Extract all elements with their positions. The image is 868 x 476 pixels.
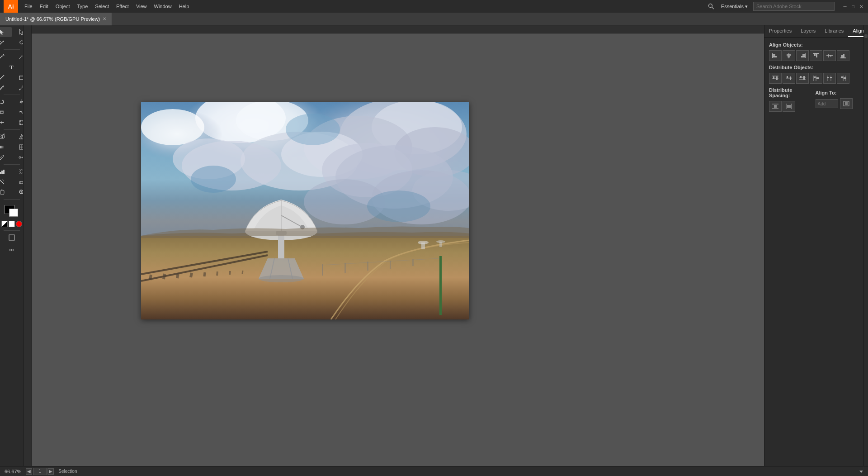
menu-select[interactable]: Select (91, 2, 113, 11)
search-icon[interactable] (707, 2, 716, 11)
svg-point-93 (418, 241, 429, 244)
spacing-value-input[interactable] (816, 99, 838, 108)
distribute-bottom-button[interactable] (796, 73, 809, 84)
svg-text:T: T (9, 64, 14, 70)
window-minimize-button[interactable]: ─ (842, 3, 848, 10)
eraser-tool[interactable] (12, 177, 24, 187)
swap-colors-icon[interactable] (16, 221, 22, 227)
reflect-tool[interactable] (12, 97, 24, 107)
width-tool[interactable] (0, 118, 12, 128)
align-top-button[interactable] (810, 50, 822, 61)
pen-tool[interactable] (0, 52, 12, 62)
tab-title: Untitled-1* @ 66.67% (RGB/GPU Preview) (5, 16, 100, 22)
paintbrush-tool[interactable] (0, 83, 12, 93)
distribute-left-button[interactable] (810, 73, 822, 84)
pencil-tool[interactable] (12, 83, 24, 93)
none-icon[interactable] (1, 221, 8, 227)
zoom-value: 66.67% (5, 469, 21, 474)
menu-type[interactable]: Type (74, 2, 92, 11)
tab-libraries[interactable]: Libraries (820, 25, 848, 37)
hand-tool[interactable] (0, 187, 12, 197)
nav-prev-button[interactable]: ◀ (26, 468, 32, 475)
zoom-tool[interactable] (12, 187, 24, 197)
warp-tool[interactable] (12, 107, 24, 117)
svg-rect-111 (801, 56, 805, 57)
svg-rect-110 (802, 54, 805, 56)
magic-wand-tool[interactable] (0, 38, 12, 48)
more-tools[interactable]: ••• (2, 245, 22, 255)
svg-rect-100 (367, 262, 368, 271)
direct-selection-tool[interactable] (12, 27, 24, 37)
symbol-sprayer-tool[interactable] (12, 167, 24, 176)
panel-scroll-thumb[interactable] (864, 34, 868, 38)
type-tool[interactable]: T (2, 62, 22, 72)
status-arrow-button[interactable] (859, 469, 863, 474)
menu-view[interactable]: View (132, 2, 151, 11)
scale-tool[interactable] (0, 107, 12, 117)
distribute-vert-spacing-button[interactable] (769, 101, 782, 112)
align-objects-label: Align Objects: (769, 42, 859, 48)
align-center-vertical-button[interactable] (823, 50, 836, 61)
rotate-tool[interactable] (0, 97, 12, 107)
menu-window[interactable]: Window (151, 2, 175, 11)
gradient-tool[interactable] (0, 142, 12, 152)
window-maximize-button[interactable]: □ (850, 3, 856, 10)
perspective-tool[interactable] (12, 132, 24, 142)
main-area: T (0, 25, 868, 466)
document-canvas[interactable] (141, 102, 469, 319)
menu-object[interactable]: Object (52, 2, 74, 11)
svg-rect-144 (844, 77, 846, 79)
tab-layers[interactable]: Layers (796, 25, 820, 37)
svg-rect-107 (787, 54, 791, 56)
svg-rect-105 (773, 56, 777, 57)
blend-tool[interactable] (12, 152, 24, 162)
svg-line-1 (712, 7, 714, 10)
nav-next-button[interactable]: ▶ (47, 468, 54, 475)
workspace-selector[interactable]: Essentials ▾ (719, 3, 750, 10)
stroke-color[interactable] (9, 209, 18, 217)
svg-line-77 (150, 275, 151, 280)
chart-tool[interactable] (0, 167, 12, 176)
menu-effect[interactable]: Effect (113, 2, 132, 11)
add-anchor-tool[interactable] (12, 52, 24, 62)
distribute-horiz-spacing-button[interactable] (783, 101, 795, 112)
menu-file[interactable]: File (21, 2, 36, 11)
distribute-center-vert-button[interactable] (783, 73, 795, 84)
document-tab[interactable]: Untitled-1* @ 66.67% (RGB/GPU Preview) ✕ (0, 13, 112, 25)
align-right-button[interactable] (796, 50, 809, 61)
svg-point-91 (259, 275, 304, 282)
distribute-spacing-section: Distribute Spacing: Align To: (769, 87, 859, 112)
reset-colors-icon[interactable] (9, 221, 15, 227)
svg-marker-5 (3, 40, 4, 42)
align-to-button[interactable] (840, 98, 853, 109)
panel-scroll-bar[interactable] (863, 25, 868, 466)
mesh-tool[interactable] (12, 142, 24, 152)
shape-builder-tool[interactable] (0, 132, 12, 142)
menu-edit[interactable]: Edit (36, 2, 52, 11)
eyedropper-tool[interactable] (0, 152, 12, 162)
window-close-button[interactable]: ✕ (858, 3, 864, 10)
svg-line-78 (164, 274, 165, 279)
tab-properties[interactable]: Properties (764, 25, 796, 37)
align-center-horizontal-button[interactable] (783, 50, 795, 61)
line-tool[interactable] (0, 72, 12, 82)
stock-search-input[interactable] (753, 2, 835, 11)
change-screen-mode[interactable] (2, 233, 22, 243)
lasso-tool[interactable] (12, 38, 24, 48)
distribute-right-button[interactable] (837, 73, 849, 84)
svg-line-84 (242, 271, 243, 274)
tab-close-button[interactable]: ✕ (103, 16, 106, 21)
distribute-top-button[interactable] (769, 73, 782, 84)
menu-help[interactable]: Help (175, 2, 193, 11)
slice-tool[interactable] (0, 177, 12, 187)
free-transform-tool[interactable] (12, 118, 24, 128)
svg-marker-13 (2, 100, 3, 101)
selection-tool[interactable] (0, 27, 12, 37)
rectangle-tool[interactable] (12, 72, 24, 82)
svg-rect-134 (814, 76, 816, 78)
svg-rect-139 (830, 77, 832, 78)
svg-rect-12 (19, 76, 24, 80)
distribute-center-horiz-button[interactable] (823, 73, 836, 84)
align-left-button[interactable] (769, 50, 782, 61)
align-bottom-button[interactable] (837, 50, 849, 61)
